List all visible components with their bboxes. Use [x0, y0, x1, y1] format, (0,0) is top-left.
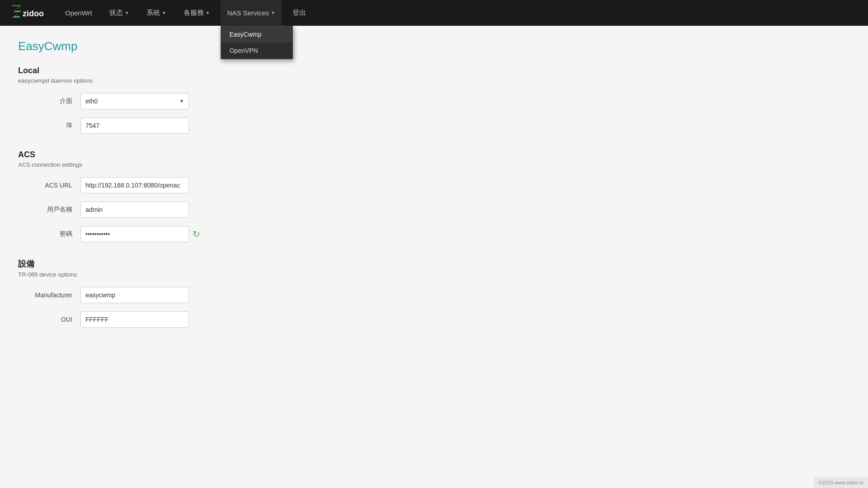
chevron-down-icon: ▼ [162, 10, 166, 15]
label-manufacturer: Manufacturer [18, 291, 72, 299]
refresh-icon[interactable]: ↻ [193, 229, 200, 239]
main-content: EasyCwmp Local easycwmpd daemon options … [0, 26, 407, 357]
nav-services[interactable]: 各服務 ▼ [177, 0, 217, 26]
label-acs-url: ACS URL [18, 182, 72, 189]
form-row-port: 埠 [18, 117, 389, 134]
navbar: zidoo OpenWrt 状态 ▼ 系統 ▼ 各服務 ▼ NAS Servic… [0, 0, 868, 26]
section-local-title: Local [18, 66, 389, 75]
svg-marker-0 [12, 5, 21, 17]
nav-system[interactable]: 系統 ▼ [140, 0, 173, 26]
form-row-acs-url: ACS URL [18, 177, 389, 193]
acs-url-input[interactable] [80, 177, 189, 193]
chevron-down-icon: ▼ [271, 10, 275, 15]
section-local-desc: easycwmpd daemon options [18, 77, 389, 84]
username-input[interactable] [80, 202, 189, 218]
page-title: EasyCwmp [18, 39, 389, 53]
section-device-title: 設備 [18, 258, 389, 269]
nav-logout[interactable]: 登出 [286, 0, 312, 26]
port-input[interactable] [80, 117, 189, 134]
chevron-down-icon: ▼ [206, 10, 210, 15]
interface-select-wrapper: eth0 ▼ [80, 93, 189, 109]
nav-status[interactable]: 状态 ▼ [103, 0, 136, 26]
nas-services-dropdown: EasyCwmp OpenVPN [221, 26, 293, 59]
nav-openwrt[interactable]: OpenWrt [59, 0, 99, 26]
logo[interactable]: zidoo [9, 5, 50, 22]
section-acs-desc: ACS connection settings [18, 161, 389, 168]
chevron-down-icon: ▼ [125, 10, 129, 15]
interface-select[interactable]: eth0 [80, 93, 189, 109]
manufacturer-input[interactable] [80, 287, 189, 303]
label-port: 埠 [18, 122, 72, 130]
section-acs: ACS ACS connection settings ACS URL 用戶名稱… [18, 150, 389, 242]
form-row-password: 密碼 ↻ [18, 226, 389, 242]
form-row-manufacturer: Manufacturer [18, 287, 389, 303]
label-username: 用戶名稱 [18, 206, 72, 214]
section-local: Local easycwmpd daemon options 介面 eth0 ▼… [18, 66, 389, 134]
label-interface: 介面 [18, 97, 72, 105]
section-acs-title: ACS [18, 150, 389, 160]
password-input[interactable] [80, 226, 189, 242]
password-field-group: ↻ [80, 226, 200, 242]
oui-input[interactable] [80, 311, 189, 328]
form-row-interface: 介面 eth0 ▼ [18, 93, 389, 109]
section-device: 設備 TR-069 device options Manufacturer OU… [18, 258, 389, 328]
form-row-username: 用戶名稱 [18, 202, 389, 218]
dropdown-item-openvpn[interactable]: OpenVPN [221, 42, 292, 59]
section-device-desc: TR-069 device options [18, 271, 389, 278]
label-oui: OUI [18, 316, 72, 323]
nav-nas-services[interactable]: NAS Services ▼ EasyCwmp OpenVPN [221, 0, 281, 26]
svg-text:zidoo: zidoo [23, 9, 44, 18]
label-password: 密碼 [18, 230, 72, 238]
dropdown-item-easycwmp[interactable]: EasyCwmp [221, 26, 292, 42]
logo-svg: zidoo [9, 5, 50, 22]
form-row-oui: OUI [18, 311, 389, 328]
